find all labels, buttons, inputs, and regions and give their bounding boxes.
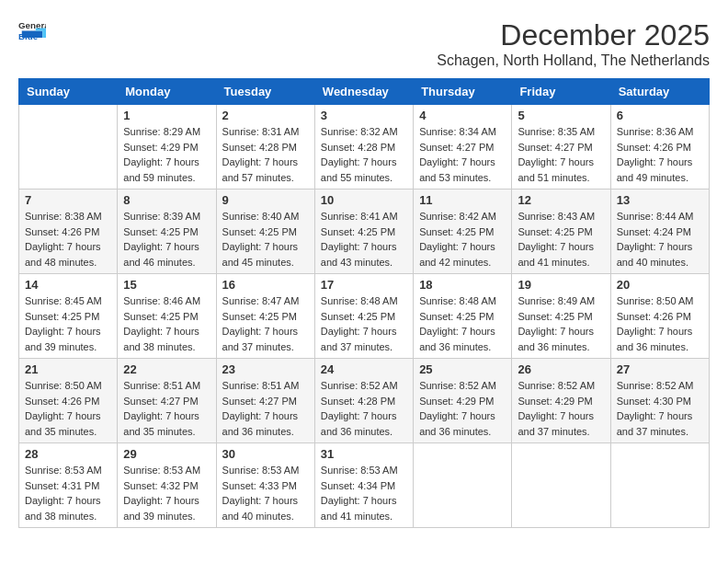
header-sunday: Sunday	[19, 79, 118, 105]
calendar-week-2: 14Sunrise: 8:45 AMSunset: 4:25 PMDayligh…	[19, 274, 710, 359]
day-info: Sunrise: 8:40 AMSunset: 4:25 PMDaylight:…	[222, 209, 309, 270]
day-number: 22	[123, 362, 210, 376]
page-header: General Blue December 2025 Schagen, Nort…	[18, 18, 710, 69]
daylight-text: Daylight: 7 hours and 38 minutes.	[25, 493, 111, 523]
day-info: Sunrise: 8:47 AMSunset: 4:25 PMDaylight:…	[222, 293, 309, 354]
calendar-cell	[414, 443, 512, 528]
day-number: 16	[222, 278, 309, 292]
calendar-cell: 1Sunrise: 8:29 AMSunset: 4:29 PMDaylight…	[118, 105, 216, 190]
location-title: Schagen, North Holland, The Netherlands	[437, 52, 710, 69]
calendar-cell: 31Sunrise: 8:53 AMSunset: 4:34 PMDayligh…	[314, 443, 413, 528]
day-info: Sunrise: 8:46 AMSunset: 4:25 PMDaylight:…	[123, 293, 210, 354]
sunset-text: Sunset: 4:26 PM	[617, 140, 703, 155]
calendar-week-3: 21Sunrise: 8:50 AMSunset: 4:26 PMDayligh…	[19, 359, 710, 443]
header-row: Sunday Monday Tuesday Wednesday Thursday…	[19, 79, 710, 105]
day-info: Sunrise: 8:36 AMSunset: 4:26 PMDaylight:…	[617, 124, 703, 185]
sunrise-text: Sunrise: 8:53 AM	[321, 463, 407, 478]
day-info: Sunrise: 8:38 AMSunset: 4:26 PMDaylight:…	[25, 209, 111, 270]
day-info: Sunrise: 8:52 AMSunset: 4:29 PMDaylight:…	[419, 378, 506, 439]
sunrise-text: Sunrise: 8:52 AM	[518, 378, 604, 394]
calendar-cell: 16Sunrise: 8:47 AMSunset: 4:25 PMDayligh…	[216, 274, 314, 359]
day-number: 10	[321, 193, 407, 207]
day-info: Sunrise: 8:35 AMSunset: 4:27 PMDaylight:…	[518, 124, 604, 185]
daylight-text: Daylight: 7 hours and 57 minutes.	[222, 155, 309, 185]
calendar-cell: 18Sunrise: 8:48 AMSunset: 4:25 PMDayligh…	[414, 274, 512, 359]
day-number: 13	[617, 193, 703, 207]
sunset-text: Sunset: 4:25 PM	[321, 309, 407, 325]
daylight-text: Daylight: 7 hours and 40 minutes.	[222, 493, 309, 523]
sunset-text: Sunset: 4:26 PM	[617, 309, 703, 325]
daylight-text: Daylight: 7 hours and 42 minutes.	[419, 239, 506, 270]
daylight-text: Daylight: 7 hours and 41 minutes.	[321, 493, 407, 523]
sunset-text: Sunset: 4:27 PM	[222, 394, 309, 409]
day-number: 11	[419, 193, 506, 207]
sunset-text: Sunset: 4:25 PM	[123, 224, 210, 240]
logo-icon: General Blue	[18, 18, 46, 40]
day-number: 7	[25, 193, 111, 207]
daylight-text: Daylight: 7 hours and 48 minutes.	[25, 239, 111, 270]
calendar-cell: 29Sunrise: 8:53 AMSunset: 4:32 PMDayligh…	[118, 443, 216, 528]
daylight-text: Daylight: 7 hours and 37 minutes.	[222, 324, 309, 354]
daylight-text: Daylight: 7 hours and 51 minutes.	[518, 155, 604, 185]
sunrise-text: Sunrise: 8:42 AM	[419, 209, 506, 224]
calendar-table: Sunday Monday Tuesday Wednesday Thursday…	[18, 78, 710, 528]
sunrise-text: Sunrise: 8:45 AM	[25, 293, 111, 309]
calendar-cell: 7Sunrise: 8:38 AMSunset: 4:26 PMDaylight…	[19, 190, 118, 274]
daylight-text: Daylight: 7 hours and 55 minutes.	[321, 155, 407, 185]
sunset-text: Sunset: 4:29 PM	[123, 140, 210, 155]
daylight-text: Daylight: 7 hours and 36 minutes.	[321, 408, 407, 439]
daylight-text: Daylight: 7 hours and 36 minutes.	[419, 324, 506, 354]
day-info: Sunrise: 8:51 AMSunset: 4:27 PMDaylight:…	[222, 378, 309, 439]
calendar-cell	[512, 443, 610, 528]
sunset-text: Sunset: 4:25 PM	[518, 309, 604, 325]
day-info: Sunrise: 8:32 AMSunset: 4:28 PMDaylight:…	[321, 124, 407, 185]
day-number: 2	[222, 109, 309, 122]
sunrise-text: Sunrise: 8:39 AM	[123, 209, 210, 224]
calendar-cell	[19, 105, 118, 190]
sunrise-text: Sunrise: 8:52 AM	[617, 378, 703, 394]
calendar-cell: 28Sunrise: 8:53 AMSunset: 4:31 PMDayligh…	[19, 443, 118, 528]
sunset-text: Sunset: 4:25 PM	[222, 224, 309, 240]
sunset-text: Sunset: 4:34 PM	[321, 478, 407, 494]
day-number: 18	[419, 278, 506, 292]
sunrise-text: Sunrise: 8:53 AM	[25, 463, 111, 478]
sunset-text: Sunset: 4:25 PM	[321, 224, 407, 240]
day-info: Sunrise: 8:39 AMSunset: 4:25 PMDaylight:…	[123, 209, 210, 270]
sunset-text: Sunset: 4:29 PM	[518, 394, 604, 409]
header-tuesday: Tuesday	[216, 79, 314, 105]
sunset-text: Sunset: 4:27 PM	[123, 394, 210, 409]
sunrise-text: Sunrise: 8:53 AM	[123, 463, 210, 478]
day-info: Sunrise: 8:41 AMSunset: 4:25 PMDaylight:…	[321, 209, 407, 270]
calendar-cell: 26Sunrise: 8:52 AMSunset: 4:29 PMDayligh…	[512, 359, 610, 443]
daylight-text: Daylight: 7 hours and 39 minutes.	[123, 493, 210, 523]
calendar-cell: 14Sunrise: 8:45 AMSunset: 4:25 PMDayligh…	[19, 274, 118, 359]
header-saturday: Saturday	[610, 79, 709, 105]
header-thursday: Thursday	[414, 79, 512, 105]
day-number: 6	[617, 109, 703, 122]
day-number: 12	[518, 193, 604, 207]
day-info: Sunrise: 8:53 AMSunset: 4:31 PMDaylight:…	[25, 463, 111, 523]
sunrise-text: Sunrise: 8:49 AM	[518, 293, 604, 309]
day-number: 25	[419, 362, 506, 376]
sunrise-text: Sunrise: 8:40 AM	[222, 209, 309, 224]
day-number: 31	[321, 447, 407, 461]
daylight-text: Daylight: 7 hours and 35 minutes.	[123, 408, 210, 439]
sunrise-text: Sunrise: 8:53 AM	[222, 463, 309, 478]
calendar-cell: 4Sunrise: 8:34 AMSunset: 4:27 PMDaylight…	[414, 105, 512, 190]
day-number: 15	[123, 278, 210, 292]
calendar-cell: 23Sunrise: 8:51 AMSunset: 4:27 PMDayligh…	[216, 359, 314, 443]
daylight-text: Daylight: 7 hours and 36 minutes.	[617, 324, 703, 354]
calendar-cell: 12Sunrise: 8:43 AMSunset: 4:25 PMDayligh…	[512, 190, 610, 274]
sunrise-text: Sunrise: 8:52 AM	[419, 378, 506, 394]
day-number: 14	[25, 278, 111, 292]
sunrise-text: Sunrise: 8:31 AM	[222, 124, 309, 140]
header-monday: Monday	[118, 79, 216, 105]
daylight-text: Daylight: 7 hours and 35 minutes.	[25, 408, 111, 439]
daylight-text: Daylight: 7 hours and 38 minutes.	[123, 324, 210, 354]
day-info: Sunrise: 8:51 AMSunset: 4:27 PMDaylight:…	[123, 378, 210, 439]
calendar-cell: 30Sunrise: 8:53 AMSunset: 4:33 PMDayligh…	[216, 443, 314, 528]
sunrise-text: Sunrise: 8:36 AM	[617, 124, 703, 140]
calendar-cell: 19Sunrise: 8:49 AMSunset: 4:25 PMDayligh…	[512, 274, 610, 359]
day-number: 26	[518, 362, 604, 376]
logo: General Blue	[18, 18, 46, 40]
